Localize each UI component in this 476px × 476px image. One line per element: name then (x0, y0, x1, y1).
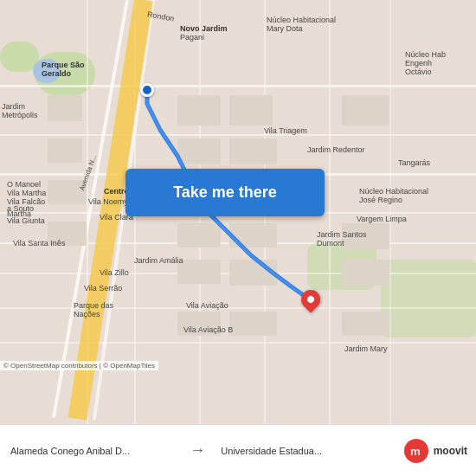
label-jardim-amalia: Jardim Amália (134, 256, 183, 265)
label-jardim-redentor: Jardim Redentor (307, 145, 365, 154)
label-vargem-limpa: Vargem Limpa (357, 215, 407, 223)
road-h8 (0, 342, 476, 344)
osm-credit: © OpenStreetMap contributors | © OpenMap… (0, 361, 158, 370)
label-dumont: Dumont (317, 239, 344, 248)
road-v6 (389, 0, 391, 424)
block-6 (229, 95, 273, 125)
label-vila-santa: Vila Santa Inês (13, 239, 65, 248)
label-vila-zillo: Vila Zillo (100, 268, 129, 277)
label-nucleo-mary-2: Mary Dota (267, 24, 303, 33)
label-nucleo-jose: Núcleo Habitacional (359, 187, 428, 196)
label-nucleo-mary: Núcleo Habitacional (267, 16, 336, 24)
block-13 (229, 260, 277, 286)
destination-label: Universidade Estadua... (210, 446, 395, 456)
arrow-icon: → (184, 441, 210, 460)
label-jardim-metro-2: Metrópolis (2, 111, 38, 119)
map-container: Novo Jardim Pagani Núcleo Habitacional M… (0, 0, 476, 424)
bottom-bar: Alameda Conego Anibal D... → Universidad… (0, 424, 476, 476)
block-5 (177, 95, 221, 125)
osm-credit-text: © OpenStreetMap contributors | © OpenMap… (3, 362, 155, 370)
label-vila-martha-left: O Manoel (7, 180, 41, 189)
block-8 (229, 138, 277, 164)
road-v5 (329, 0, 331, 424)
label-parque-sao-2: Geraldo (42, 69, 71, 78)
label-vila-serrao: Vila Serrão (84, 284, 122, 293)
label-engenh: Engenh (405, 59, 432, 68)
label-novo-jardim-2: Pagani (180, 33, 204, 42)
block-17 (342, 260, 389, 286)
label-parque-sao: Parque São (42, 61, 85, 69)
block-2 (48, 138, 82, 163)
moovit-svg: m (408, 443, 424, 459)
label-parque-nacoes-2: Nações (74, 310, 100, 318)
block-1 (48, 95, 82, 121)
label-vila-triagem: Vila Triagem (264, 126, 307, 135)
park-area-4 (381, 260, 476, 338)
take-me-there-button[interactable]: Take me there (125, 169, 325, 216)
label-jardim-santos: Jardim Santos (317, 230, 367, 239)
label-vila-giunta: Vila Giunta (7, 216, 45, 225)
road-h2 (0, 134, 476, 136)
moovit-logo: m moovit (396, 439, 476, 463)
moovit-icon: m (404, 439, 428, 463)
label-novo-jardim: Novo Jardim (180, 24, 228, 33)
block-15 (229, 312, 277, 336)
label-parque-nacoes: Parque das (74, 301, 113, 310)
label-tangaras: Tangarás (398, 158, 430, 167)
block-9 (342, 95, 389, 125)
origin-pin (140, 83, 154, 97)
moovit-text: moovit (434, 445, 467, 457)
road-h1 (0, 85, 476, 87)
label-jardim-metro: Jardim (2, 102, 25, 111)
label-vila-aviacao: Vila Aviação (186, 301, 228, 310)
block-10 (177, 223, 221, 248)
origin-label: Alameda Conego Anibal D... (0, 446, 184, 456)
label-vila-aviacao-b: Vila Aviação B (183, 325, 233, 334)
block-12 (177, 260, 221, 284)
label-vila-martha: Vila Martha (7, 189, 46, 197)
label-nucleo-hab: Núcleo Hab (405, 50, 446, 59)
label-jose-regino: José Regino (359, 196, 402, 204)
label-a-souto: a Souto (7, 204, 34, 213)
label-jardim-mary: Jardim Mary (344, 344, 388, 353)
label-vila-noemy: Vila Noemy (88, 197, 128, 206)
block-7 (177, 138, 221, 164)
cta-button-label: Take me there (173, 183, 277, 202)
block-11 (229, 223, 277, 248)
label-octavio: Octávio (405, 68, 432, 76)
block-18 (342, 312, 389, 336)
svg-text:m: m (410, 445, 421, 458)
